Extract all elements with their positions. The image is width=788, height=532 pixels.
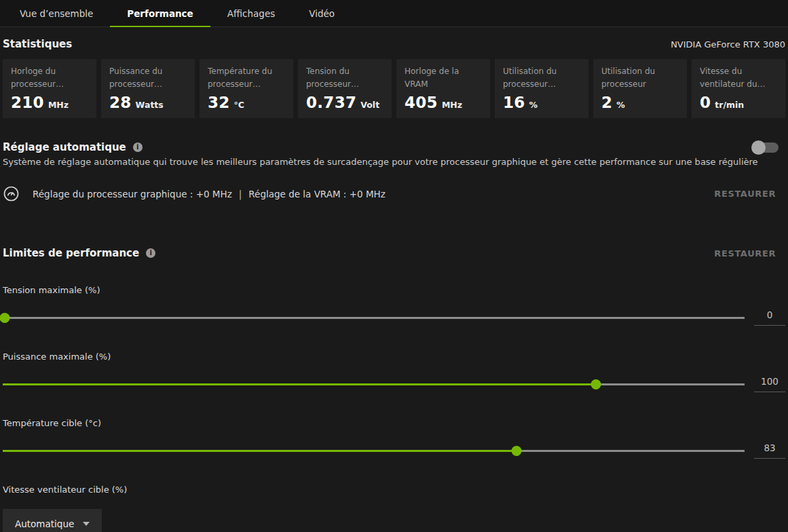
stat-card-label: Horloge de la VRAM xyxy=(405,65,482,92)
tab-vue-densemble[interactable]: Vue d’ensemble xyxy=(3,0,110,26)
stat-card-unit: °C xyxy=(234,100,244,110)
stat-card-fan-speed: Vitesse du ventilateur du… 0 tr/min xyxy=(692,59,785,118)
slider-label: Puissance maximale (%) xyxy=(3,352,785,362)
stat-card-unit: MHz xyxy=(48,100,69,110)
stat-card-label: Température du processeur… xyxy=(208,65,285,92)
target-temperature-slider[interactable] xyxy=(3,446,745,456)
stat-card-value: 32 xyxy=(208,94,230,111)
top-tab-bar: Vue d’ensemble Performance Affichages Vi… xyxy=(0,0,788,27)
stat-card-label: Utilisation du processeur xyxy=(601,65,679,92)
slider-fill xyxy=(3,383,596,385)
info-icon[interactable]: i xyxy=(146,248,155,258)
slider-handle[interactable] xyxy=(512,446,522,456)
status-separator: | xyxy=(239,189,242,200)
slider-rail xyxy=(3,317,745,319)
performance-limits-title: Limites de performance xyxy=(3,247,139,259)
stat-card-unit: % xyxy=(529,100,538,110)
stat-card-value: 2 xyxy=(601,94,612,111)
stat-card-value: 0.737 xyxy=(306,94,356,111)
stat-card-value: 210 xyxy=(11,94,44,111)
stat-card-value: 16 xyxy=(503,94,525,111)
target-temperature-slider-group: Température cible (°c) 83 xyxy=(3,418,785,459)
stat-card-value: 28 xyxy=(109,94,132,111)
stat-card-unit: Watts xyxy=(136,100,164,110)
stat-card-label: Vitesse du ventilateur du… xyxy=(700,65,777,92)
stat-card-value: 0 xyxy=(700,94,711,111)
performance-panel: Statistiques NVIDIA GeForce RTX 3080 Hor… xyxy=(0,38,788,532)
auto-tuning-title: Réglage automatique xyxy=(3,141,126,153)
info-icon[interactable]: i xyxy=(133,142,143,152)
stat-card-gpu-voltage: Tension du processeur… 0.737 Volt xyxy=(298,59,392,118)
stat-card-label: Puissance du processeur… xyxy=(109,65,187,92)
statistics-title: Statistiques xyxy=(3,38,72,50)
tab-video[interactable]: Vidéo xyxy=(292,0,352,26)
stat-card-gpu-utilization-3d: Utilisation du processeur… 16 % xyxy=(495,59,588,118)
tab-performance[interactable]: Performance xyxy=(110,0,210,26)
stat-card-unit: Volt xyxy=(360,100,379,110)
stat-card-vram-clock: Horloge de la VRAM 405 MHz xyxy=(396,59,490,118)
slider-label: Température cible (°c) xyxy=(3,418,785,428)
limits-restore-button[interactable]: RESTAURER xyxy=(714,248,785,259)
stat-card-unit: % xyxy=(616,100,625,110)
vram-offset-status: Réglage de la VRAM : +0 MHz xyxy=(248,189,385,200)
stat-card-unit: tr/min xyxy=(715,100,744,110)
gpu-offset-status: Réglage du processeur graphique : +0 MHz xyxy=(33,189,232,200)
fan-mode-dropdown[interactable]: Automatique xyxy=(3,509,102,532)
auto-tuning-restore-button[interactable]: RESTAURER xyxy=(714,189,785,199)
stat-card-unit: MHz xyxy=(442,100,462,110)
auto-tuning-toggle[interactable] xyxy=(751,142,778,153)
slider-label: Tension maximale (%) xyxy=(3,285,785,295)
max-voltage-slider[interactable] xyxy=(3,313,745,323)
stat-card-value: 405 xyxy=(405,94,438,111)
stat-cards-row: Horloge du processeur… 210 MHz Puissance… xyxy=(3,59,785,118)
max-voltage-slider-group: Tension maximale (%) 0 xyxy=(3,285,785,326)
chevron-down-icon xyxy=(83,522,90,526)
fan-target-group: Vitesse ventilateur cible (%) Automatiqu… xyxy=(3,484,785,532)
tab-affichages[interactable]: Affichages xyxy=(210,0,292,26)
max-power-slider-group: Puissance maximale (%) 100 xyxy=(3,352,785,392)
stat-card-label: Horloge du processeur… xyxy=(11,65,88,92)
stat-card-label: Utilisation du processeur… xyxy=(503,65,580,92)
max-power-slider[interactable] xyxy=(3,379,745,390)
stat-card-label: Tension du processeur… xyxy=(306,65,383,92)
performance-limits-section: Limites de performance i RESTAURER Tensi… xyxy=(3,247,785,532)
slider-handle[interactable] xyxy=(591,379,601,390)
slider-fill xyxy=(3,450,517,452)
max-power-value-field[interactable]: 100 xyxy=(754,376,785,392)
max-voltage-value-field[interactable]: 0 xyxy=(754,309,785,326)
target-temperature-value-field[interactable]: 83 xyxy=(754,442,785,459)
tuning-status-row: Réglage du processeur graphique : +0 MHz… xyxy=(3,185,785,202)
statistics-header: Statistiques NVIDIA GeForce RTX 3080 xyxy=(3,38,785,50)
stat-card-gpu-utilization: Utilisation du processeur 2 % xyxy=(593,59,687,118)
fan-mode-selected-value: Automatique xyxy=(15,518,74,529)
stat-card-gpu-clock: Horloge du processeur… 210 MHz xyxy=(3,59,96,118)
toggle-knob xyxy=(751,140,766,155)
gauge-icon xyxy=(3,185,20,202)
stat-card-gpu-temperature: Température du processeur… 32 °C xyxy=(200,59,293,118)
fan-target-label: Vitesse ventilateur cible (%) xyxy=(3,484,785,495)
stat-card-gpu-power: Puissance du processeur… 28 Watts xyxy=(101,59,195,118)
slider-handle[interactable] xyxy=(0,313,10,323)
auto-tuning-section: Réglage automatique i Système de réglage… xyxy=(3,141,785,202)
gpu-name: NVIDIA GeForce RTX 3080 xyxy=(671,39,785,50)
auto-tuning-description: Système de réglage automatique qui trouv… xyxy=(3,157,785,167)
